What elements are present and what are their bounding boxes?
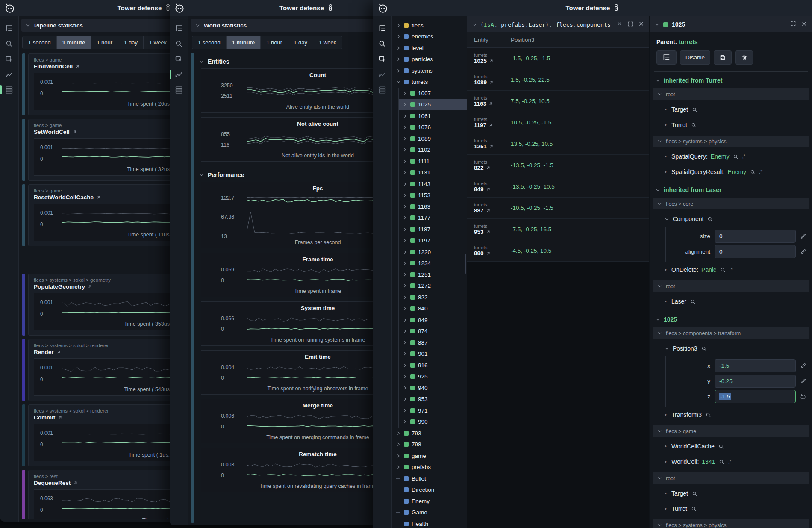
chart-title-link[interactable]: SetWorldCell: [34, 129, 70, 135]
expand-arrow-icon[interactable]: [403, 397, 407, 401]
chart-title-link[interactable]: Render: [34, 349, 54, 355]
tree-item-887[interactable]: 887: [399, 337, 467, 348]
column-header-position3[interactable]: Position3: [506, 37, 535, 43]
search-icon[interactable]: [692, 491, 697, 496]
save-button[interactable]: [714, 50, 732, 65]
field-input-alignment[interactable]: 0: [715, 245, 796, 258]
tree-item-874[interactable]: 874: [399, 326, 467, 337]
expand-arrow-icon[interactable]: [403, 419, 407, 424]
component-row[interactable]: •Target: [659, 102, 812, 117]
time-range-tab[interactable]: 1 day: [288, 36, 313, 49]
tree-item-1076[interactable]: 1076: [399, 122, 467, 133]
chevron-down-icon[interactable]: [472, 22, 477, 27]
pencil-icon[interactable]: [800, 248, 808, 255]
open-link-icon[interactable]: [486, 208, 491, 213]
open-link-icon[interactable]: [486, 251, 491, 256]
tree-item-1007[interactable]: 1007: [399, 88, 467, 99]
open-link-icon[interactable]: [58, 415, 62, 420]
row-entity-id[interactable]: 1163: [474, 100, 486, 107]
expand-arrow-icon[interactable]: [403, 147, 407, 152]
expand-arrow-icon[interactable]: [396, 23, 401, 28]
tree-item-game[interactable]: game: [392, 450, 467, 462]
field-input-z[interactable]: -1.5: [715, 390, 796, 403]
search-icon[interactable]: [720, 267, 726, 273]
query-result-row[interactable]: turrets 990 -4.5, -0.25, 10.5: [467, 240, 649, 262]
expand-arrow-icon[interactable]: [403, 306, 407, 311]
close-pane-icon[interactable]: [801, 21, 807, 28]
open-link-icon[interactable]: [73, 481, 78, 485]
component-row[interactable]: •SpatialQuery: Enemy ,*: [659, 149, 812, 164]
tree-item-Direction[interactable]: Direction: [392, 484, 467, 496]
expand-arrow-icon[interactable]: [403, 204, 407, 209]
pencil-icon[interactable]: [800, 233, 808, 239]
tree-item-1197[interactable]: 1197: [399, 235, 467, 247]
component-row[interactable]: •Target: [659, 486, 812, 501]
chart-title-link[interactable]: FindWorldCell: [34, 63, 73, 70]
open-link-icon[interactable]: [72, 130, 77, 134]
expand-arrow-icon[interactable]: [403, 386, 407, 390]
tree-item-turrets[interactable]: turrets: [392, 77, 467, 88]
time-range-tab[interactable]: 1 week: [144, 36, 172, 49]
tree-item-particles[interactable]: particles: [392, 54, 467, 65]
expand-arrow-icon[interactable]: [403, 374, 407, 379]
time-range-tab[interactable]: 1 second: [192, 36, 227, 49]
tree-item-level[interactable]: level: [392, 42, 467, 54]
component-row[interactable]: •Transform3: [659, 407, 812, 422]
chart-sidebar-button[interactable]: [171, 67, 187, 82]
tree-item-822[interactable]: 822: [399, 292, 467, 303]
tree-item-prefabs[interactable]: prefabs: [392, 462, 467, 473]
row-entity-id[interactable]: 1089: [474, 79, 487, 86]
chart-title-link[interactable]: Commit: [34, 414, 55, 421]
tree-item-1025[interactable]: 1025: [399, 99, 467, 111]
tree-item-990[interactable]: 990: [399, 416, 467, 428]
expand-arrow-icon[interactable]: [403, 114, 407, 118]
open-link-icon[interactable]: [489, 59, 494, 63]
expand-arrow-icon[interactable]: [396, 57, 401, 62]
expand-pane-icon[interactable]: [627, 21, 633, 28]
row-entity-id[interactable]: 849: [474, 186, 484, 192]
tree-item-925[interactable]: 925: [399, 371, 467, 383]
component-row[interactable]: •Turret: [659, 501, 812, 516]
pair-target-link[interactable]: Panic: [701, 266, 716, 273]
expand-arrow-icon[interactable]: [403, 193, 407, 198]
expand-arrow-icon[interactable]: [403, 283, 407, 288]
expand-arrow-icon[interactable]: [396, 454, 401, 458]
table-sidebar-button[interactable]: [375, 82, 390, 97]
open-link-icon[interactable]: [75, 64, 80, 69]
expand-arrow-icon[interactable]: [403, 102, 407, 107]
open-link-icon[interactable]: [486, 165, 491, 170]
tree-item-849[interactable]: 849: [399, 314, 467, 326]
time-range-tab[interactable]: 1 hour: [261, 36, 288, 49]
query-result-row[interactable]: turrets 822 -13.5, -0.25, -1.5: [467, 155, 649, 176]
close-pane-icon[interactable]: [638, 21, 644, 28]
component-row[interactable]: •Turret: [659, 117, 812, 133]
pencil-icon[interactable]: [800, 363, 808, 369]
component-row[interactable]: •Laser: [659, 294, 812, 309]
tree-sidebar-button[interactable]: [2, 21, 17, 36]
expand-arrow-icon[interactable]: [403, 125, 407, 130]
component-row[interactable]: Position3: [659, 341, 812, 356]
chevron-down-icon[interactable]: [665, 217, 670, 221]
tree-sidebar-button[interactable]: [171, 21, 187, 36]
row-entity-id[interactable]: 1251: [474, 143, 487, 150]
tree-item-1220[interactable]: 1220: [399, 246, 467, 258]
expand-arrow-icon[interactable]: [403, 170, 407, 175]
expand-arrow-icon[interactable]: [403, 215, 407, 220]
expand-arrow-icon[interactable]: [403, 91, 407, 96]
query-result-row[interactable]: turrets 1251 13.5, -0.25, 10.5: [467, 133, 649, 155]
search-sidebar-button[interactable]: [375, 36, 390, 51]
tree-item-971[interactable]: 971: [399, 405, 467, 416]
tree-item-798[interactable]: 798: [392, 439, 467, 451]
tree-item-1177[interactable]: 1177: [399, 212, 467, 224]
tree-item-1061[interactable]: 1061: [399, 110, 467, 122]
tree-item-1272[interactable]: 1272: [399, 280, 467, 292]
time-range-tab[interactable]: 1 minute: [57, 36, 91, 49]
search-icon[interactable]: [691, 122, 697, 128]
tree-item-840[interactable]: 840: [399, 303, 467, 315]
expand-arrow-icon[interactable]: [403, 363, 407, 368]
expand-arrow-icon[interactable]: [403, 238, 407, 243]
delete-button[interactable]: [735, 50, 753, 65]
open-link-icon[interactable]: [56, 350, 61, 354]
tree-item-Game[interactable]: Game: [392, 507, 467, 519]
select-sidebar-button[interactable]: [171, 51, 187, 67]
